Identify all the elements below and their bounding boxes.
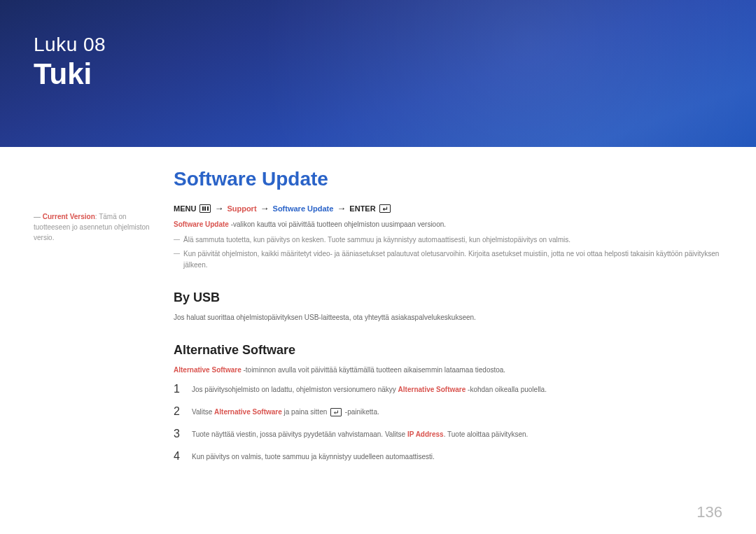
step-3: 3 Tuote näyttää viestin, jossa päivitys … bbox=[174, 428, 722, 440]
step-2: 2 Valitse Alternative Software ja paina … bbox=[174, 405, 722, 418]
step-pre: Jos päivitysohjelmisto on ladattu, ohjel… bbox=[192, 386, 398, 393]
alt-sw-rest: -toiminnon avulla voit päivittää käyttäm… bbox=[241, 366, 505, 374]
arrow-icon: → bbox=[214, 203, 223, 213]
step-text: Kun päivitys on valmis, tuote sammuu ja … bbox=[192, 450, 722, 463]
arrow-icon: → bbox=[260, 203, 270, 213]
breadcrumb-software-update: Software Update bbox=[273, 204, 334, 213]
section-title-software-update: Software Update bbox=[174, 168, 722, 190]
step-number: 2 bbox=[174, 405, 192, 418]
side-note: ― Current Version: Tämä on tuotteeseen j… bbox=[34, 168, 174, 472]
enter-icon bbox=[379, 204, 391, 213]
step-number: 4 bbox=[174, 450, 192, 463]
main-column: Software Update MENU → Support → Softwar… bbox=[174, 168, 722, 472]
alt-sw-prefix: Alternative Software bbox=[174, 366, 241, 374]
chapter-label: Luku 08 bbox=[34, 34, 756, 56]
step-pre: Kun päivitys on valmis, tuote sammuu ja … bbox=[192, 453, 435, 461]
step-number: 1 bbox=[174, 383, 192, 395]
breadcrumb-enter: ENTER bbox=[349, 204, 375, 213]
step-red: Alternative Software bbox=[398, 386, 466, 393]
intro-rest: -valikon kautta voi päivittää tuotteen o… bbox=[229, 220, 446, 228]
step-red: IP Address bbox=[407, 430, 444, 438]
breadcrumb-support: Support bbox=[227, 204, 256, 213]
step-text: Jos päivitysohjelmisto on ladattu, ohjel… bbox=[192, 383, 722, 395]
step-red: Alternative Software bbox=[214, 408, 282, 416]
step-post: -kohdan oikealla puolella. bbox=[465, 386, 547, 393]
arrow-icon: → bbox=[337, 203, 346, 213]
step-pre: Valitse bbox=[192, 408, 214, 416]
step-text: Tuote näyttää viestin, jossa päivitys py… bbox=[192, 428, 722, 440]
dash-icon: ― bbox=[34, 213, 41, 220]
subsection-by-usb: By USB bbox=[174, 290, 722, 305]
step-post: . Tuote aloittaa päivityksen. bbox=[444, 430, 528, 438]
step-4: 4 Kun päivitys on valmis, tuote sammuu j… bbox=[174, 450, 722, 463]
step-1: 1 Jos päivitysohjelmisto on ladattu, ohj… bbox=[174, 383, 722, 395]
breadcrumb-menu: MENU bbox=[174, 204, 196, 213]
step-number: 3 bbox=[174, 428, 192, 440]
chapter-header: Luku 08 Tuki bbox=[0, 0, 756, 147]
step-text: Valitse Alternative Software ja paina si… bbox=[192, 405, 722, 418]
current-version-label: Current Version bbox=[43, 213, 95, 220]
menu-icon bbox=[200, 204, 211, 213]
steps-list: 1 Jos päivitysohjelmisto on ladattu, ohj… bbox=[174, 383, 722, 463]
intro-text: Software Update -valikon kautta voi päiv… bbox=[174, 219, 722, 230]
alt-sw-intro: Alternative Software -toiminnon avulla v… bbox=[174, 365, 722, 376]
chapter-title: Tuki bbox=[34, 57, 756, 91]
step-pre: Tuote näyttää viestin, jossa päivitys py… bbox=[192, 430, 407, 438]
enter-icon bbox=[330, 408, 342, 416]
by-usb-text: Jos haluat suorittaa ohjelmistopäivityks… bbox=[174, 312, 722, 323]
step-post-b: -painiketta. bbox=[343, 408, 379, 416]
step-post-a: ja paina sitten bbox=[282, 408, 329, 416]
menu-breadcrumb: MENU → Support → Software Update → ENTER bbox=[174, 203, 722, 213]
note-2: Kun päivität ohjelmiston, kaikki määrite… bbox=[174, 248, 722, 271]
note-1: Älä sammuta tuotetta, kun päivitys on ke… bbox=[174, 234, 722, 246]
intro-prefix: Software Update bbox=[174, 220, 229, 228]
subsection-alternative-software: Alternative Software bbox=[174, 343, 722, 358]
content-area: ― Current Version: Tämä on tuotteeseen j… bbox=[0, 147, 756, 472]
page-number: 136 bbox=[696, 503, 722, 521]
